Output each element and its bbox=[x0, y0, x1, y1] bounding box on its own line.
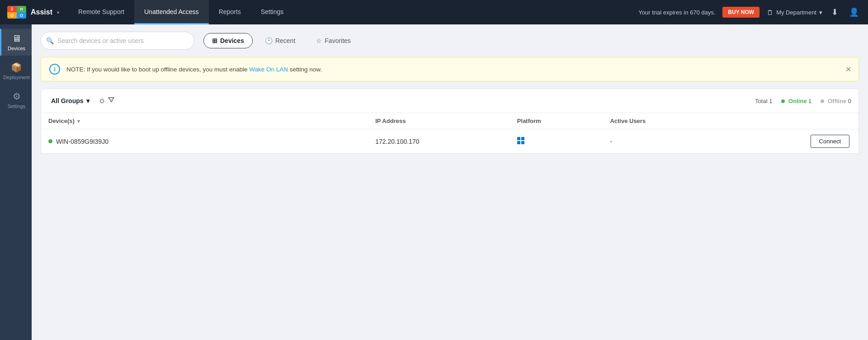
svg-rect-1 bbox=[521, 137, 524, 140]
table-toolbar: All Groups ▾ ⛭ Total 1 Onli bbox=[41, 89, 859, 113]
nav-reports[interactable]: Reports bbox=[209, 0, 251, 24]
svg-rect-3 bbox=[521, 141, 524, 144]
download-button[interactable]: ⬇ bbox=[830, 5, 840, 19]
deployment-icon: 📦 bbox=[11, 62, 22, 73]
topnav-right: Your trial expires in 670 days. BUY NOW … bbox=[638, 5, 861, 19]
table-stats: Total 1 Online 1 Offline 0 bbox=[755, 98, 851, 104]
nav-unattended-access[interactable]: Unattended Access bbox=[134, 0, 209, 24]
platform-cell bbox=[510, 129, 603, 154]
funnel-icon bbox=[108, 96, 115, 104]
logo-o2: O bbox=[17, 12, 26, 19]
buy-now-button[interactable]: BUY NOW bbox=[722, 7, 760, 18]
col-ip: IP Address bbox=[368, 113, 510, 129]
sidebar-item-deployment-label: Deployment bbox=[3, 75, 30, 80]
wake-on-lan-link[interactable]: Wake On LAN bbox=[249, 66, 288, 73]
offline-dot bbox=[821, 99, 824, 103]
logo-h: H bbox=[17, 6, 26, 12]
main-layout: 🖥 Devices 📦 Deployment ⚙ Settings 🔍 ⊞ De… bbox=[0, 24, 868, 340]
search-icon: 🔍 bbox=[46, 37, 54, 44]
settings-icon: ⚙ bbox=[13, 91, 21, 102]
trial-text: Your trial expires in 670 days. bbox=[638, 9, 715, 16]
svg-rect-0 bbox=[517, 137, 520, 140]
nav-settings[interactable]: Settings bbox=[251, 0, 294, 24]
favorites-tab-icon: ☆ bbox=[316, 37, 322, 44]
user-profile-button[interactable]: 👤 bbox=[847, 5, 861, 19]
device-name-cell: WIN-0859G9I39J0 bbox=[41, 129, 368, 154]
logo-o1: O bbox=[7, 12, 17, 19]
connect-cell: Connect bbox=[724, 129, 859, 154]
col-action bbox=[724, 113, 859, 129]
online-stat: Online 1 bbox=[781, 98, 811, 104]
main-content: 🔍 ⊞ Devices 🕐 Recent ☆ Favorites bbox=[32, 24, 868, 340]
dept-label: My Department bbox=[776, 9, 816, 16]
dept-doc-icon: 🗒 bbox=[767, 9, 774, 16]
app-title: Assist bbox=[31, 8, 52, 16]
ip-address-cell: 172.20.100.170 bbox=[368, 129, 510, 154]
sidebar-item-settings[interactable]: ⚙ Settings bbox=[0, 86, 32, 113]
tab-devices[interactable]: ⊞ Devices bbox=[203, 33, 253, 48]
banner-text-before: NOTE: If you would like to boot up offli… bbox=[66, 66, 249, 73]
windows-icon bbox=[517, 137, 524, 144]
connect-button[interactable]: Connect bbox=[811, 135, 849, 148]
tab-favorites[interactable]: ☆ Favorites bbox=[307, 33, 359, 48]
top-bar: 🔍 ⊞ Devices 🕐 Recent ☆ Favorites bbox=[41, 32, 859, 50]
active-users-cell: - bbox=[603, 129, 724, 154]
recent-tab-icon: 🕐 bbox=[265, 37, 273, 44]
logo-z: Z bbox=[7, 6, 17, 12]
all-groups-label: All Groups bbox=[51, 97, 84, 104]
search-input[interactable] bbox=[41, 32, 194, 50]
favorites-tab-label: Favorites bbox=[325, 37, 351, 44]
banner-close-button[interactable]: ✕ bbox=[845, 65, 851, 74]
sort-icon: ▾ bbox=[77, 118, 80, 124]
device-name: WIN-0859G9I39J0 bbox=[56, 138, 108, 145]
tab-recent[interactable]: 🕐 Recent bbox=[256, 33, 304, 48]
sidebar: 🖥 Devices 📦 Deployment ⚙ Settings bbox=[0, 24, 32, 340]
sidebar-item-deployment[interactable]: 📦 Deployment bbox=[0, 57, 32, 85]
col-platform: Platform bbox=[510, 113, 603, 129]
banner-text-after: setting now. bbox=[288, 66, 322, 73]
devices-icon: 🖥 bbox=[12, 33, 21, 44]
table-row: WIN-0859G9I39J0 172.20.100.170 bbox=[41, 129, 859, 154]
logo-area[interactable]: Z O H O Assist ▾ bbox=[7, 6, 59, 19]
search-wrapper: 🔍 bbox=[41, 32, 194, 50]
recent-tab-label: Recent bbox=[275, 37, 295, 44]
offline-stat: Offline 0 bbox=[821, 98, 851, 104]
tab-group: ⊞ Devices 🕐 Recent ☆ Favorites bbox=[203, 33, 359, 48]
app-dropdown-icon[interactable]: ▾ bbox=[57, 10, 59, 15]
svg-rect-2 bbox=[517, 141, 520, 144]
main-nav: Remote Support Unattended Access Reports… bbox=[68, 0, 293, 24]
department-selector[interactable]: 🗒 My Department ▾ bbox=[767, 9, 822, 16]
filter-button[interactable]: ⛭ bbox=[97, 94, 117, 107]
devices-tab-icon: ⊞ bbox=[212, 37, 217, 44]
sidebar-item-devices[interactable]: 🖥 Devices bbox=[0, 29, 32, 56]
zoho-logo-icon: Z O H O bbox=[7, 6, 26, 19]
ip-address: 172.20.100.170 bbox=[375, 138, 419, 145]
all-groups-button[interactable]: All Groups ▾ bbox=[48, 95, 92, 106]
info-icon: i bbox=[49, 64, 60, 75]
col-active-users: Active Users bbox=[603, 113, 724, 129]
topnav: Z O H O Assist ▾ Remote Support Unattend… bbox=[0, 0, 868, 24]
col-device[interactable]: Device(s) ▾ bbox=[41, 113, 368, 129]
table-header: Device(s) ▾ IP Address Platform Active U… bbox=[41, 113, 859, 129]
table-body: WIN-0859G9I39J0 172.20.100.170 bbox=[41, 129, 859, 154]
nav-remote-support[interactable]: Remote Support bbox=[68, 0, 134, 24]
banner-text: NOTE: If you would like to boot up offli… bbox=[66, 66, 322, 73]
devices-table: Device(s) ▾ IP Address Platform Active U… bbox=[41, 113, 859, 153]
filter-icon: ⛭ bbox=[99, 97, 106, 105]
devices-table-container: All Groups ▾ ⛭ Total 1 Onli bbox=[41, 89, 859, 154]
groups-dropdown-icon: ▾ bbox=[86, 97, 90, 104]
info-banner: i NOTE: If you would like to boot up off… bbox=[41, 57, 859, 81]
sidebar-item-devices-label: Devices bbox=[8, 46, 25, 51]
total-stat: Total 1 bbox=[755, 98, 772, 104]
dept-dropdown-icon: ▾ bbox=[819, 9, 822, 16]
devices-tab-label: Devices bbox=[220, 37, 244, 44]
sidebar-item-settings-label: Settings bbox=[8, 104, 26, 109]
device-status-dot bbox=[48, 139, 52, 143]
active-users-value: - bbox=[610, 138, 612, 145]
online-dot bbox=[781, 99, 785, 103]
